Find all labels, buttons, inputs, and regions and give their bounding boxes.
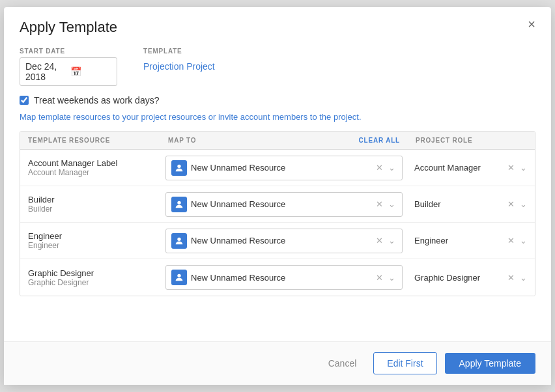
svg-point-3 — [177, 274, 180, 277]
expand-select-3[interactable]: ⌄ — [387, 273, 397, 282]
expand-role-1[interactable]: ⌄ — [519, 200, 528, 208]
edit-first-button[interactable]: Edit First — [373, 352, 436, 374]
table-row: Account Manager Label Account Manager Ne… — [20, 150, 535, 186]
clear-select-2[interactable]: ✕ — [375, 236, 384, 245]
user-avatar-1 — [171, 197, 187, 212]
project-role-cell-3: Graphic Designer ✕ ⌄ — [408, 269, 535, 287]
map-to-select-2[interactable]: New Unnamed Resource ✕ ⌄ — [165, 229, 403, 253]
select-controls-1: ✕ ⌄ — [375, 200, 397, 208]
weekends-checkbox-row: Treat weekends as work days? — [20, 95, 535, 105]
user-avatar-3 — [171, 270, 187, 285]
expand-select-1[interactable]: ⌄ — [387, 200, 397, 208]
dialog-title: Apply Template — [20, 19, 535, 36]
clear-role-3[interactable]: ✕ — [506, 273, 516, 282]
user-avatar-2 — [171, 233, 187, 249]
map-to-value-2: New Unnamed Resource — [191, 236, 368, 245]
weekends-label: Treat weekends as work days? — [34, 95, 159, 105]
role-controls-1: ✕ ⌄ — [506, 200, 528, 208]
role-controls-0: ✕ ⌄ — [506, 163, 528, 172]
info-text: Map template resources to your project r… — [20, 112, 535, 122]
dialog-header: Apply Template × — [4, 7, 551, 36]
svg-point-2 — [177, 237, 180, 240]
role-value-3: Graphic Designer — [414, 273, 502, 283]
select-controls-3: ✕ ⌄ — [375, 273, 397, 282]
clear-select-0[interactable]: ✕ — [375, 163, 384, 172]
table-row: Graphic Designer Graphic Designer New Un… — [20, 259, 535, 296]
table-row: Builder Builder New Unnamed Resource ✕ ⌄ — [20, 186, 535, 223]
svg-point-0 — [177, 164, 180, 167]
col-project-role-header: PROJECT ROLE — [408, 132, 535, 149]
start-date-field: START DATE Dec 24, 2018 📅 — [20, 48, 117, 86]
select-controls-2: ✕ ⌄ — [375, 236, 397, 245]
resource-cell-2: Engineer Engineer — [20, 225, 160, 257]
clear-all-button[interactable]: Clear All — [359, 137, 401, 144]
resource-name-3: Graphic Designer — [28, 268, 152, 278]
weekends-checkbox[interactable] — [20, 96, 29, 105]
project-role-cell-0: Account Manager ✕ ⌄ — [408, 159, 535, 176]
dialog-footer: Cancel Edit First Apply Template — [4, 341, 551, 385]
resource-name-0: Account Manager Label — [28, 158, 152, 168]
start-date-label: START DATE — [20, 48, 117, 55]
expand-select-2[interactable]: ⌄ — [387, 236, 397, 245]
map-to-cell-2: New Unnamed Resource ✕ ⌄ — [160, 225, 408, 257]
resources-table: TEMPLATE RESOURCE MAP TO Clear All PROJE… — [20, 131, 535, 296]
resource-sub-1: Builder — [28, 204, 152, 214]
dialog-body: START DATE Dec 24, 2018 📅 TEMPLATE Proje… — [4, 36, 551, 336]
resource-name-2: Engineer — [28, 231, 152, 241]
col-map-to-header: MAP TO Clear All — [160, 132, 408, 149]
map-to-value-3: New Unnamed Resource — [191, 273, 368, 283]
table-header: TEMPLATE RESOURCE MAP TO Clear All PROJE… — [20, 132, 535, 150]
expand-role-2[interactable]: ⌄ — [519, 236, 528, 245]
clear-role-1[interactable]: ✕ — [506, 200, 516, 208]
clear-role-2[interactable]: ✕ — [506, 236, 516, 245]
role-value-2: Engineer — [414, 236, 502, 245]
start-date-input[interactable]: Dec 24, 2018 📅 — [20, 57, 117, 86]
form-top-row: START DATE Dec 24, 2018 📅 TEMPLATE Proje… — [20, 48, 535, 86]
resource-cell-1: Builder Builder — [20, 188, 160, 220]
user-avatar-0 — [171, 160, 187, 176]
resource-cell-3: Graphic Designer Graphic Designer — [20, 262, 160, 294]
select-controls-0: ✕ ⌄ — [375, 163, 397, 172]
project-role-cell-2: Engineer ✕ ⌄ — [408, 232, 535, 249]
expand-role-0[interactable]: ⌄ — [519, 163, 528, 172]
apply-template-button[interactable]: Apply Template — [445, 353, 535, 374]
map-to-cell-1: New Unnamed Resource ✕ ⌄ — [160, 188, 408, 221]
calendar-icon: 📅 — [70, 66, 111, 77]
resource-name-1: Builder — [28, 195, 152, 204]
resource-cell-0: Account Manager Label Account Manager — [20, 152, 160, 184]
map-to-select-1[interactable]: New Unnamed Resource ✕ ⌄ — [165, 192, 403, 217]
map-to-value-1: New Unnamed Resource — [191, 199, 368, 209]
role-controls-3: ✕ ⌄ — [506, 273, 528, 282]
resource-sub-3: Graphic Designer — [28, 278, 152, 287]
resource-sub-0: Account Manager — [28, 168, 152, 177]
template-field: TEMPLATE Projection Project — [143, 48, 215, 72]
resource-sub-2: Engineer — [28, 241, 152, 250]
expand-role-3[interactable]: ⌄ — [519, 273, 528, 282]
svg-point-1 — [177, 201, 180, 204]
map-to-cell-0: New Unnamed Resource ✕ ⌄ — [160, 152, 408, 184]
close-button[interactable]: × — [524, 16, 539, 32]
clear-select-3[interactable]: ✕ — [375, 273, 384, 282]
project-role-cell-1: Builder ✕ ⌄ — [408, 195, 535, 213]
role-value-0: Account Manager — [414, 163, 502, 173]
apply-template-dialog: Apply Template × START DATE Dec 24, 2018… — [4, 7, 551, 385]
role-value-1: Builder — [414, 199, 502, 209]
clear-role-0[interactable]: ✕ — [506, 163, 516, 172]
start-date-value: Dec 24, 2018 — [25, 61, 66, 82]
map-to-select-0[interactable]: New Unnamed Resource ✕ ⌄ — [165, 156, 403, 180]
role-controls-2: ✕ ⌄ — [506, 236, 528, 245]
clear-select-1[interactable]: ✕ — [375, 200, 384, 208]
map-to-cell-3: New Unnamed Resource ✕ ⌄ — [160, 261, 408, 294]
template-link[interactable]: Projection Project — [143, 57, 215, 72]
table-row: Engineer Engineer New Unnamed Resource ✕… — [20, 223, 535, 259]
map-to-value-0: New Unnamed Resource — [191, 163, 368, 173]
map-to-select-3[interactable]: New Unnamed Resource ✕ ⌄ — [165, 265, 403, 290]
col-resource-header: TEMPLATE RESOURCE — [20, 132, 160, 149]
expand-select-0[interactable]: ⌄ — [387, 163, 397, 172]
cancel-button[interactable]: Cancel — [319, 353, 366, 374]
template-label: TEMPLATE — [143, 48, 215, 55]
